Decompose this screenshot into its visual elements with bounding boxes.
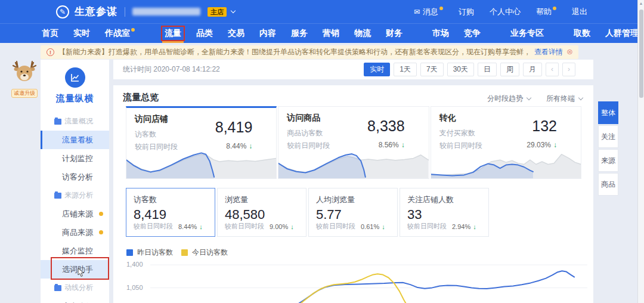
topbar-item-logout[interactable]: 退出	[572, 7, 587, 17]
warning-icon: !	[47, 48, 54, 56]
sidebar-item-plan-monitor[interactable]: 计划监控	[41, 149, 109, 168]
metric-card-label: 人均浏览量	[316, 194, 390, 205]
dropdown-label: 所有终端	[546, 94, 575, 104]
topbar-item-order[interactable]: 订购	[459, 7, 474, 17]
nav-item-label: 取数	[574, 28, 590, 39]
sidebar-item-path-analysis: 动线分析	[41, 279, 109, 297]
message-icon: ✉	[414, 8, 420, 16]
overview-card-conversion[interactable]: 转化支付买家数132较前日同时段29.03%↓	[431, 106, 581, 179]
sidebar-item-source-analysis: 来源分析	[41, 186, 109, 205]
range-button-month[interactable]: 月	[523, 63, 542, 76]
nav-item-marketing[interactable]: 营销	[323, 24, 339, 43]
nav-item-label: 人群管理	[605, 28, 639, 39]
legend-item[interactable]: 昨日访客数	[126, 248, 173, 258]
overview-card-title: 访问店铺	[135, 114, 168, 125]
nav-item-service[interactable]: 服务	[291, 24, 308, 43]
scrollbar-thumb[interactable]	[639, 10, 643, 98]
scrollbar-up-icon[interactable]: ▲	[638, 1, 644, 5]
pager-next-button[interactable]: ›	[562, 63, 575, 76]
notification-dot	[131, 28, 135, 32]
overview-card-title: 转化	[439, 113, 456, 123]
nav-item-home[interactable]: 首页	[42, 24, 58, 43]
legend-item[interactable]: 今日访客数	[181, 248, 228, 258]
nav-item-label: 业务专区	[510, 28, 544, 39]
range-button-day[interactable]: 日	[478, 63, 497, 76]
nav-item-data-fetch[interactable]: 取数	[574, 24, 590, 43]
metric-card-value: 8,419	[134, 207, 208, 222]
topbar-item-personal-center[interactable]: 个人中心	[490, 7, 521, 17]
nav-item-traffic[interactable]: 流量	[165, 24, 181, 43]
nav-item-label: 首页	[42, 28, 58, 39]
nav-item-logistics[interactable]: 物流	[354, 24, 371, 43]
stat-time: 统计时间 2020-07-08 14:12:22	[123, 64, 220, 75]
overview-card-row: 访问店铺访客数8,419较前日同时段8.44%↓访问商品商品访客数8,338较前…	[126, 106, 581, 179]
sidebar-item-label: 流量看板	[62, 135, 93, 146]
sidebar-item-traffic-dashboard[interactable]: 流量看板	[41, 131, 109, 149]
topbar-item-label: 帮助	[536, 7, 552, 17]
dropdown-label: 分时段趋势	[487, 94, 523, 104]
trend-down-icon: ↓	[290, 223, 294, 230]
nav-item-war-room[interactable]: 作战室	[105, 24, 135, 43]
panel-dropdowns: 分时段趋势所有终端	[487, 94, 583, 104]
upgrade-badge[interactable]: 诚邀升级	[11, 89, 38, 98]
metric-card-row: 访客数8,419较前日同时段8.44%↓浏览量48,580较前日同时段9.00%…	[126, 188, 489, 237]
sidebar-item-label: 媒介监控	[62, 246, 93, 256]
nav-item-content[interactable]: 内容	[259, 24, 276, 43]
shop-switch-chevron-icon[interactable]	[231, 8, 236, 13]
side-tab-follow[interactable]: 关注	[598, 125, 618, 148]
sidebar-item-item-source[interactable]: 商品来源	[41, 223, 109, 242]
pager-prev-button[interactable]: ‹	[546, 63, 559, 76]
mascot[interactable]: 诚邀升级	[8, 60, 41, 98]
topbar-item-label: 消息	[423, 7, 438, 17]
metric-value: 8,338	[367, 118, 405, 135]
metric-card-avg-pageviews[interactable]: 人均浏览量5.77较前日同时段0.61%↓	[308, 188, 398, 237]
topbar-item-message[interactable]: ✉消息	[414, 7, 443, 17]
folder-icon	[54, 119, 61, 125]
nav-item-market[interactable]: 市场	[432, 24, 449, 43]
side-tab-source[interactable]: 来源	[598, 149, 618, 172]
y-tick-label: 1,050	[126, 284, 149, 291]
range-button-30d[interactable]: 30天	[447, 63, 474, 76]
range-button-week[interactable]: 周	[500, 63, 519, 76]
page-scrollbar[interactable]: ▲	[637, 0, 644, 303]
sidebar-item-visitor-analysis[interactable]: 访客分析	[41, 168, 109, 186]
sidebar-item-shop-source[interactable]: 店铺来源	[41, 205, 109, 223]
nav-item-trade[interactable]: 交易	[228, 24, 244, 43]
nav-item-finance[interactable]: 财务	[386, 24, 402, 43]
topbar-item-help[interactable]: 帮助	[536, 7, 556, 17]
dropdown-interval-trend[interactable]: 分时段趋势	[487, 94, 531, 104]
sidebar-item-media-monitor[interactable]: 媒介监控	[41, 242, 109, 260]
side-tab-overall[interactable]: 整体	[598, 101, 618, 124]
sidebar-item-label: 流量概况	[64, 116, 93, 126]
folder-icon	[54, 285, 61, 291]
range-button-7d[interactable]: 7天	[420, 63, 444, 76]
change-value: 9.00%↓	[270, 223, 294, 230]
nav-item-realtime[interactable]: 实时	[73, 24, 90, 43]
metric-value: 132	[532, 118, 557, 135]
change-value: 8.44%↓	[178, 223, 203, 230]
overview-card-visit-shop[interactable]: 访问店铺访客数8,419较前日同时段8.44%↓	[126, 106, 277, 179]
legend-swatch	[181, 249, 188, 256]
metric-card-compare: 较前日同时段8.44%↓	[134, 222, 203, 231]
metric-card-pageviews[interactable]: 浏览量48,580较前日同时段9.00%↓	[217, 188, 306, 237]
app-logo-icon: ✎	[56, 5, 69, 18]
metric-card-visitors[interactable]: 访客数8,419较前日同时段8.44%↓	[126, 188, 215, 237]
nav-item-competition[interactable]: 竞争	[464, 24, 481, 43]
metric-card-value: 48,580	[225, 207, 299, 222]
notice-detail-link[interactable]: 查看详情	[534, 47, 563, 57]
nav-item-label: 物流	[354, 28, 371, 39]
metric-card-shop-follows[interactable]: 关注店铺人数33较前日同时段2.94%↓	[400, 188, 489, 237]
nav-item-business-zone[interactable]: 业务专区	[510, 24, 544, 43]
sidebar-item-word-assistant[interactable]: 选词助手	[41, 260, 109, 279]
range-button-1d[interactable]: 1天	[394, 63, 417, 76]
notice-close-icon[interactable]: ⊗	[566, 47, 573, 56]
dropdown-all-terminals[interactable]: 所有终端	[546, 94, 583, 104]
notification-dot	[553, 7, 556, 10]
nav-item-category[interactable]: 品类	[196, 24, 213, 43]
sidebar-item-label: 商品来源	[62, 227, 93, 238]
overview-card-visit-item[interactable]: 访问商品商品访客数8,338较前日同时段8.56%↓	[278, 106, 429, 179]
y-tick-label: 1,400	[126, 261, 149, 268]
range-button-realtime[interactable]: 实时	[364, 63, 390, 76]
side-tab-item[interactable]: 商品	[598, 173, 618, 196]
sidebar-item-in-shop-path[interactable]: 店内路径	[41, 297, 109, 303]
